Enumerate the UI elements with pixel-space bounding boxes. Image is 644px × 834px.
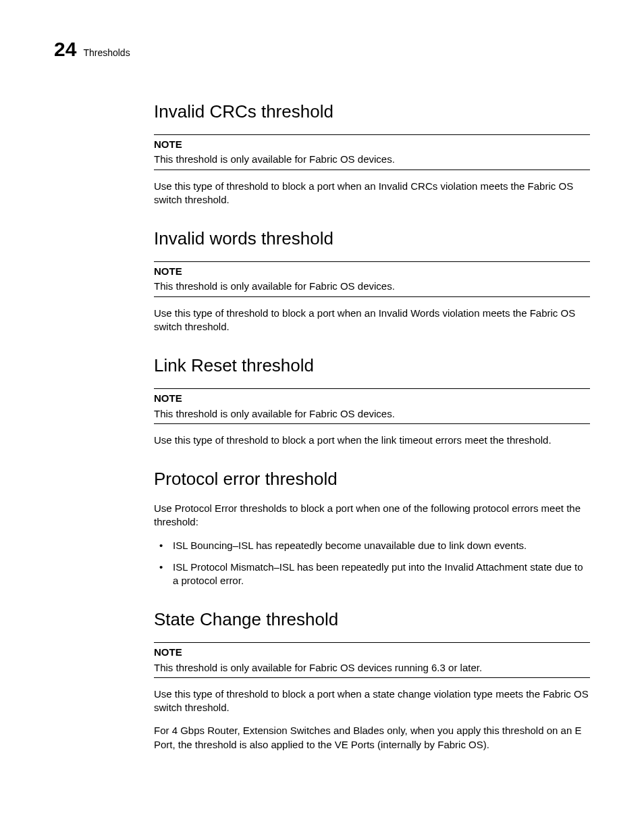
note-rule-top [154, 134, 590, 135]
header-title: Thresholds [83, 47, 130, 59]
note-text: This threshold is only available for Fab… [154, 661, 590, 675]
heading-state-change: State Change threshold [154, 608, 590, 631]
list-item: ISL Bouncing–ISL has repeatedly become u… [154, 539, 590, 552]
note-rule-top [154, 388, 590, 389]
note-rule-top [154, 642, 590, 643]
note-label: NOTE [154, 392, 590, 405]
heading-invalid-words: Invalid words threshold [154, 227, 590, 251]
note-label: NOTE [154, 646, 590, 659]
note-link-reset: NOTE This threshold is only available fo… [154, 388, 590, 424]
note-invalid-crcs: NOTE This threshold is only available fo… [154, 134, 590, 170]
body-protocol-error: Use Protocol Error thresholds to block a… [154, 502, 590, 529]
heading-protocol-error: Protocol error threshold [154, 467, 590, 491]
heading-invalid-crcs: Invalid CRCs threshold [154, 100, 590, 124]
note-text: This threshold is only available for Fab… [154, 153, 590, 166]
note-rule-bottom [154, 423, 590, 424]
body-state-change-2: For 4 Gbps Router, Extension Switches an… [154, 724, 590, 752]
note-rule-bottom [154, 677, 590, 678]
running-header: 24 Thresholds [54, 39, 590, 59]
note-label: NOTE [154, 265, 590, 278]
body-link-reset: Use this type of threshold to block a po… [154, 434, 590, 447]
note-text: This threshold is only available for Fab… [154, 280, 590, 293]
note-rule-top [154, 261, 590, 262]
note-rule-bottom [154, 296, 590, 297]
note-text: This threshold is only available for Fab… [154, 407, 590, 421]
chapter-number: 24 [54, 39, 76, 59]
heading-link-reset: Link Reset threshold [154, 354, 590, 377]
bullets-protocol-error: ISL Bouncing–ISL has repeatedly become u… [154, 539, 590, 588]
body-invalid-words: Use this type of threshold to block a po… [154, 307, 590, 334]
note-state-change: NOTE This threshold is only available fo… [154, 642, 590, 678]
body-invalid-crcs: Use this type of threshold to block a po… [154, 180, 590, 207]
list-item: ISL Protocol Mismatch–ISL has been repea… [154, 561, 590, 588]
body-state-change-1: Use this type of threshold to block a po… [154, 687, 590, 715]
note-invalid-words: NOTE This threshold is only available fo… [154, 261, 590, 297]
page-content: Invalid CRCs threshold NOTE This thresho… [154, 100, 590, 752]
note-rule-bottom [154, 170, 590, 170]
note-label: NOTE [154, 138, 590, 151]
